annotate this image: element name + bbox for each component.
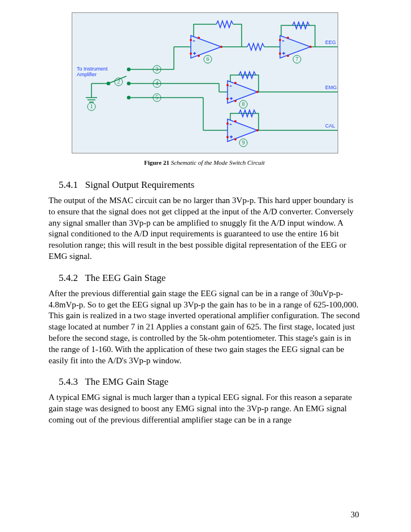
instr-label-1: To Instrument [77, 66, 108, 72]
svg-point-40 [287, 37, 289, 39]
node-4-label: 4 [156, 80, 159, 86]
svg-point-45 [234, 82, 237, 84]
svg-text:+: + [193, 50, 196, 56]
schematic-svg: -+ -+ -+ -+ 1 2 3 4 5 6 7 8 9 [72, 13, 338, 153]
heading-5-4-3: 5.4.3 The EMG Gain Stage [59, 376, 360, 388]
figure-caption: Figure 21 Schematic of the Mode Switch C… [72, 159, 337, 166]
svg-point-7 [107, 82, 110, 85]
heading-5-4-2: 5.4.2 The EEG Gain Stage [59, 272, 360, 284]
cal-label: CAL [325, 123, 335, 129]
svg-point-49 [256, 129, 259, 131]
para-5-4-3: A typical EMG signal is much larger than… [49, 392, 360, 425]
svg-point-47 [226, 122, 229, 125]
svg-point-33 [190, 52, 192, 55]
heading-title-3: The EMG Gain Stage [85, 376, 168, 387]
figure-label: Figure 21 [144, 159, 169, 166]
heading-num-2: 5.4.2 [59, 272, 78, 283]
svg-text:-: - [193, 38, 195, 43]
svg-point-41 [287, 55, 289, 57]
para-5-4-2: After the previous differential gain sta… [49, 288, 360, 367]
svg-point-44 [256, 91, 259, 93]
emg-label: EMG [325, 85, 337, 90]
instr-label-2: Amplifier [77, 72, 97, 77]
heading-5-4-1: 5.4.1 Signal Output Requirements [59, 179, 360, 191]
svg-point-42 [226, 84, 229, 86]
svg-point-39 [309, 46, 312, 48]
svg-point-32 [190, 39, 192, 41]
heading-title-1: Signal Output Requirements [85, 179, 195, 190]
svg-point-50 [234, 120, 237, 122]
svg-point-36 [198, 55, 200, 57]
svg-point-48 [226, 136, 229, 138]
svg-text:-: - [282, 38, 284, 43]
node-2-label: 2 [117, 78, 120, 85]
node-6-label: 6 [207, 56, 209, 62]
para-5-4-1: The output of the MSAC circuit can be no… [49, 195, 360, 262]
svg-text:-: - [230, 121, 231, 127]
node-7-label: 7 [296, 56, 299, 62]
svg-point-43 [226, 98, 229, 100]
node-1-label: 1 [90, 103, 93, 109]
svg-text:+: + [282, 50, 285, 56]
svg-text:+: + [230, 134, 233, 139]
svg-point-34 [220, 46, 222, 48]
svg-point-37 [279, 39, 281, 41]
schematic-canvas: -+ -+ -+ -+ 1 2 3 4 5 6 7 8 9 [72, 12, 338, 153]
svg-text:+: + [230, 95, 233, 101]
svg-point-51 [234, 138, 237, 140]
eeg-label: EEG [325, 39, 336, 45]
svg-text:-: - [230, 83, 231, 89]
svg-point-35 [198, 37, 200, 39]
node-8-label: 8 [242, 101, 245, 107]
figure-caption-text: Schematic of the Mode Switch Circuit [171, 159, 265, 166]
heading-num-1: 5.4.1 [59, 179, 78, 190]
heading-title-2: The EEG Gain Stage [85, 272, 165, 283]
figure-21: -+ -+ -+ -+ 1 2 3 4 5 6 7 8 9 [72, 12, 337, 166]
node-5-label: 5 [156, 94, 159, 100]
heading-num-3: 5.4.3 [59, 376, 78, 387]
page-number: 30 [351, 510, 359, 520]
node-3-label: 3 [156, 66, 159, 72]
node-9-label: 9 [242, 139, 245, 146]
svg-point-46 [234, 100, 237, 102]
svg-point-38 [279, 52, 281, 55]
